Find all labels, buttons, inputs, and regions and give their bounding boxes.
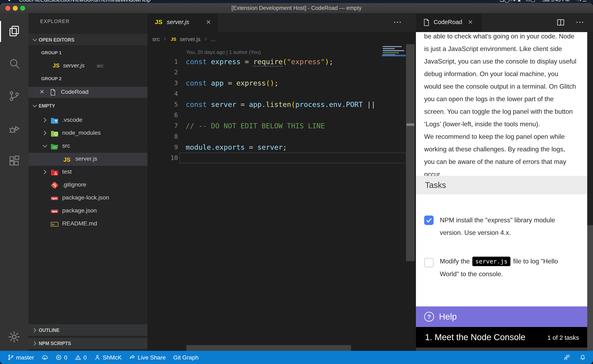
menu-status-icon[interactable]: ◐: [580, 0, 582, 2]
breadcrumb-item[interactable]: src: [152, 36, 160, 43]
close-icon[interactable]: ✕: [40, 88, 44, 95]
webview-scrollbar-thumb[interactable]: [587, 225, 593, 351]
menu-bar-status-area: ❏◯○➤▲◠▭▢ Sat 5:45 PM ◌◐☰: [500, 0, 587, 3]
task-text-line: NPM install the "express" library module: [440, 214, 585, 227]
file-name: README.md: [62, 220, 97, 227]
file-tree-row[interactable]: .vscode: [28, 114, 147, 127]
file-type-icon: [50, 181, 59, 190]
status-bar-item[interactable]: [41, 354, 48, 361]
menu-item[interactable]: Window: [120, 0, 140, 3]
activity-bar-item[interactable]: [0, 113, 28, 145]
code-editor[interactable]: 1 const express = require("express"); 2 …: [147, 56, 382, 163]
file-type-icon: [50, 129, 59, 138]
status-bar-item[interactable]: [580, 354, 586, 361]
breadcrumb-item[interactable]: server.js: [180, 36, 200, 43]
menu-item[interactable]: Help: [140, 0, 150, 3]
file-name: package.json: [62, 207, 97, 214]
js-file-icon: JS: [53, 63, 60, 69]
menu-status-icon[interactable]: ◌: [577, 0, 580, 2]
svg-text:npm: npm: [52, 197, 57, 200]
menu-item[interactable]: Code: [19, 0, 32, 3]
file-tree-row[interactable]: node_modules: [28, 127, 147, 140]
chevron-right-icon: [203, 36, 208, 43]
close-icon[interactable]: ✕: [468, 19, 473, 26]
tab-serverjs[interactable]: JS server.js ✕: [147, 13, 218, 32]
menu-status-icon[interactable]: ▢: [531, 0, 535, 2]
line-number: 9: [147, 142, 186, 153]
activity-bar-item[interactable]: [0, 80, 28, 113]
open-editor-serverjs[interactable]: JS server.js src: [28, 60, 147, 72]
status-icon: [580, 354, 586, 361]
activity-bar-item[interactable]: [0, 15, 28, 48]
status-bar-item[interactable]: ShMcK: [94, 354, 122, 361]
menu-status-icon[interactable]: ➤: [513, 0, 517, 2]
help-section[interactable]: ? Help: [416, 306, 587, 327]
folder-section-header[interactable]: EMPTY: [28, 100, 147, 111]
status-bar-item[interactable]: Live Share: [129, 354, 166, 361]
status-bar-item[interactable]: 0: [55, 354, 67, 361]
code-line: 7 // -- DO NOT EDIT BELOW THIS LINE: [147, 121, 382, 131]
menu-status-icon[interactable]: ▭: [526, 0, 531, 2]
code-token: =: [224, 79, 236, 87]
menu-item[interactable]: Selection: [50, 0, 72, 3]
editor-scrollbar-thumb[interactable]: [406, 124, 414, 126]
menu-item[interactable]: View: [72, 0, 83, 3]
line-number: 5: [147, 99, 186, 110]
more-actions-icon[interactable]: ⋯: [576, 17, 585, 27]
breadcrumb-item[interactable]: ...: [211, 36, 216, 43]
activity-bar-item[interactable]: [0, 145, 28, 178]
menu-status-icon[interactable]: ❏: [500, 0, 504, 2]
menu-item[interactable]: File: [32, 0, 40, 3]
code-token: const: [186, 79, 211, 87]
settings-gear-icon[interactable]: [0, 329, 28, 345]
task-checkbox[interactable]: [424, 258, 434, 267]
status-bar-item[interactable]: [563, 354, 570, 361]
menu-bar-clock: Sat 5:45 PM: [542, 0, 570, 3]
menu-item[interactable]: Edit: [40, 0, 50, 3]
npm-scripts-section-header[interactable]: NPM SCRIPTS: [28, 338, 147, 349]
close-icon[interactable]: ✕: [206, 19, 211, 26]
file-tree-row[interactable]: </> src: [28, 140, 147, 153]
svg-text:</>: </>: [53, 146, 57, 149]
git-blame-annotation[interactable]: You, 20 days ago | 1 author (You): [186, 49, 261, 55]
js-file-icon: JS: [155, 19, 162, 26]
file-tree-row[interactable]: .gitignore: [28, 179, 147, 192]
status-bar-item[interactable]: 0: [75, 354, 87, 361]
outline-section-header[interactable]: OUTLINE: [28, 325, 147, 336]
task-checkbox[interactable]: [424, 215, 434, 225]
menu-status-icon[interactable]: ○: [510, 0, 513, 2]
open-editor-coderoad[interactable]: ✕ CodeRoad: [28, 87, 147, 98]
code-token: (: [283, 58, 287, 66]
activity-bar-item[interactable]: [0, 48, 28, 80]
menu-item[interactable]: Run: [90, 0, 100, 3]
breadcrumb: src JS server.js ...: [152, 34, 215, 45]
webview-scrollbar-track[interactable]: [587, 32, 593, 225]
menu-item[interactable]: Terminal: [100, 0, 120, 3]
file-tree-row[interactable]: test: [28, 166, 147, 179]
file-tree-row[interactable]: JS server.js: [28, 153, 147, 166]
apple-menu-icon[interactable]: ●: [8, 0, 11, 3]
menu-status-icon[interactable]: ◯: [504, 0, 510, 2]
status-bar-item[interactable]: Git Graph: [173, 354, 199, 361]
file-tree-row[interactable]: M↓ README.md: [28, 218, 147, 231]
lesson-text-line: is just a JavaScript environment. Like c…: [424, 43, 586, 55]
more-actions-icon[interactable]: ⋯: [393, 17, 402, 27]
split-editor-icon[interactable]: [556, 18, 565, 28]
status-bar-item[interactable]: master: [7, 354, 34, 361]
line-number: 7: [147, 121, 186, 131]
svg-text:M↓: M↓: [52, 223, 55, 226]
menu-status-icon[interactable]: ◠: [521, 0, 526, 2]
horizontal-scrollbar-thumb[interactable]: [186, 345, 351, 351]
editor-scrollbar-track[interactable]: [406, 44, 415, 261]
open-editors-header[interactable]: OPEN EDITORS: [28, 34, 147, 46]
tab-coderoad[interactable]: CodeRoad ✕: [416, 13, 482, 32]
menu-status-icon[interactable]: ▲: [517, 0, 522, 2]
activity-icon: [8, 57, 20, 71]
minimap[interactable]: [382, 46, 406, 70]
file-tree-row[interactable]: npm package.json: [28, 205, 147, 218]
menu-status-icon[interactable]: ☰: [582, 0, 587, 2]
file-type-icon: npm: [50, 207, 59, 216]
line-number: 2: [147, 67, 186, 78]
menu-item[interactable]: Go: [83, 0, 90, 3]
file-tree-row[interactable]: npm package-lock.json: [28, 192, 147, 205]
